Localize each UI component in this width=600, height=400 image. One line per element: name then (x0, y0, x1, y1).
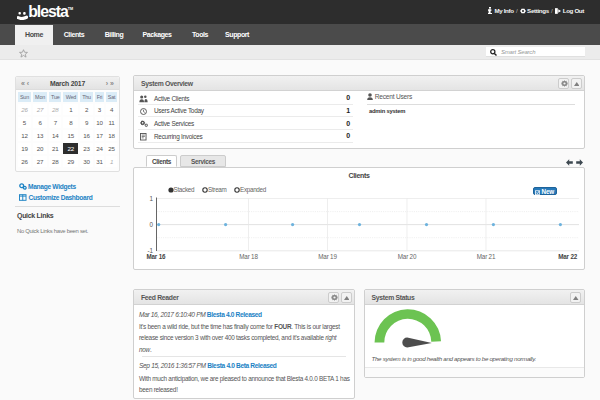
svg-text:Mar 16: Mar 16 (147, 253, 166, 260)
svg-text:Mar 19: Mar 19 (318, 253, 337, 260)
svg-text:Mar 21: Mar 21 (477, 253, 496, 260)
svg-text:Mar 22: Mar 22 (558, 253, 577, 260)
svg-text:Mar 18: Mar 18 (239, 253, 258, 260)
svg-text:0: 0 (149, 221, 153, 228)
svg-text:1: 1 (149, 196, 153, 202)
svg-text:Mar 20: Mar 20 (398, 253, 417, 260)
